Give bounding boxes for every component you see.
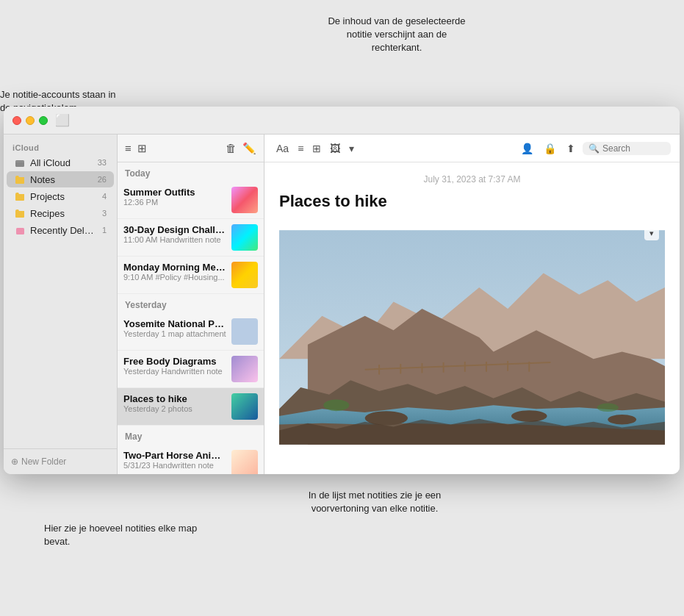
note-item-meta-places-hike: Yesterday 2 photos bbox=[123, 404, 227, 413]
sidebar-item-count-recently-deleted: 1 bbox=[102, 226, 107, 234]
svg-rect-1 bbox=[16, 228, 24, 234]
search-input[interactable] bbox=[602, 143, 661, 154]
note-item-meta-summer-outfits: 12:36 PM bbox=[123, 198, 227, 207]
note-title: Places to hike bbox=[279, 192, 665, 211]
note-image bbox=[279, 220, 665, 455]
notes-section-header-may: May bbox=[118, 426, 264, 445]
note-image-container: ▾ bbox=[279, 220, 665, 458]
sidebar-item-notes[interactable]: Notes26 bbox=[7, 171, 114, 187]
new-folder-label: New Folder bbox=[21, 456, 66, 467]
note-item-title-monday-meeting: Monday Morning Meeting bbox=[123, 262, 227, 273]
note-item-summer-outfits[interactable]: Summer Outfits12:36 PM bbox=[118, 182, 264, 219]
annotation-bottom-center: In de lijst met notities zie je een voor… bbox=[287, 489, 463, 515]
new-folder-icon: ⊕ bbox=[11, 456, 18, 467]
collaborate-icon[interactable]: 👤 bbox=[518, 141, 536, 156]
svg-point-19 bbox=[323, 400, 349, 412]
notes-sections: TodaySummer Outfits12:36 PM30-Day Design… bbox=[118, 162, 264, 474]
search-icon: 🔍 bbox=[588, 143, 600, 154]
note-item-two-part-horse[interactable]: Two-Part Horse Anima...5/31/23 Handwritt… bbox=[118, 445, 264, 474]
note-item-text-places-hike: Places to hikeYesterday 2 photos bbox=[123, 393, 227, 413]
note-item-title-yosemite: Yosemite National Park bbox=[123, 318, 227, 329]
note-item-places-hike[interactable]: Places to hikeYesterday 2 photos bbox=[118, 388, 264, 426]
media-chevron-icon[interactable]: ▾ bbox=[346, 141, 357, 156]
sidebar-item-icon-notes bbox=[14, 173, 26, 185]
note-item-title-30day-design: 30-Day Design Challen... bbox=[123, 224, 227, 235]
notes-section-header-yesterday: Yesterday bbox=[118, 294, 264, 313]
note-item-meta-yosemite: Yesterday 1 map attachment bbox=[123, 329, 227, 338]
minimize-button[interactable] bbox=[26, 116, 35, 125]
svg-point-9 bbox=[608, 415, 636, 425]
note-item-text-30day-design: 30-Day Design Challen...11:00 AM Handwri… bbox=[123, 224, 227, 244]
titlebar: ⬜ bbox=[4, 107, 680, 135]
main-window: ⬜ iCloud All iCloud33Notes26Projects4Rec… bbox=[4, 107, 680, 474]
sidebar-item-label-notes: Notes bbox=[30, 174, 95, 185]
note-item-title-summer-outfits: Summer Outfits bbox=[123, 187, 227, 198]
note-item-monday-meeting[interactable]: Monday Morning Meeting9:10 AM #Policy #H… bbox=[118, 257, 264, 294]
delete-note-icon[interactable]: 🗑 bbox=[226, 142, 237, 154]
share-icon[interactable]: ⬆ bbox=[564, 141, 578, 156]
sidebar-item-icon-all-icloud bbox=[14, 157, 26, 168]
list-style-icon[interactable]: ≡ bbox=[295, 141, 306, 156]
note-item-thumb-yosemite bbox=[231, 318, 258, 345]
note-item-thumb-free-body bbox=[231, 356, 258, 382]
window-body: iCloud All iCloud33Notes26Projects4Recip… bbox=[4, 135, 680, 474]
image-chevron-icon[interactable]: ▾ bbox=[644, 226, 659, 240]
note-timestamp: July 31, 2023 at 7:37 AM bbox=[279, 174, 665, 185]
sidebar-toggle-button[interactable]: ⬜ bbox=[55, 113, 70, 127]
note-item-text-free-body: Free Body DiagramsYesterday Handwritten … bbox=[123, 356, 227, 376]
grid-view-icon[interactable]: ⊞ bbox=[137, 142, 147, 155]
format-group: Aa ≡ ⊞ 🖼 ▾ bbox=[273, 141, 357, 156]
notes-list-toolbar: ≡ ⊞ 🗑 ✏️ bbox=[118, 135, 264, 162]
note-item-text-two-part-horse: Two-Part Horse Anima...5/31/23 Handwritt… bbox=[123, 450, 227, 470]
sidebar-item-label-recently-deleted: Recently Deleted bbox=[30, 225, 99, 236]
close-button[interactable] bbox=[12, 116, 21, 125]
note-item-thumb-monday-meeting bbox=[231, 262, 258, 288]
note-editor-panel: Aa ≡ ⊞ 🖼 ▾ 👤 🔒 ⬆ 🔍 Jul bbox=[264, 135, 680, 474]
sidebar-bottom: ⊕ New Folder bbox=[4, 448, 117, 474]
svg-point-8 bbox=[511, 410, 547, 422]
note-item-meta-free-body: Yesterday Handwritten note bbox=[123, 367, 227, 376]
traffic-lights bbox=[12, 116, 48, 125]
sidebar-item-count-all-icloud: 33 bbox=[98, 158, 107, 167]
editor-toolbar-right: 👤 🔒 ⬆ 🔍 bbox=[518, 141, 671, 156]
sidebar-item-label-recipes: Recipes bbox=[30, 208, 99, 219]
notes-section-header-today: Today bbox=[118, 162, 264, 182]
sidebar-item-all-icloud[interactable]: All iCloud33 bbox=[7, 154, 114, 171]
new-folder-button[interactable]: ⊕ New Folder bbox=[11, 455, 109, 468]
list-view-icon[interactable]: ≡ bbox=[125, 142, 132, 154]
table-icon[interactable]: ⊞ bbox=[309, 141, 324, 156]
note-item-meta-two-part-horse: 5/31/23 Handwritten note bbox=[123, 461, 227, 470]
annotation-bottom-left: Hier zie je hoeveel notities elke map be… bbox=[44, 522, 198, 548]
note-item-30day-design[interactable]: 30-Day Design Challen...11:00 AM Handwri… bbox=[118, 219, 264, 257]
note-item-text-summer-outfits: Summer Outfits12:36 PM bbox=[123, 187, 227, 207]
format-text-icon[interactable]: Aa bbox=[273, 141, 292, 156]
note-item-thumb-summer-outfits bbox=[231, 187, 258, 213]
note-item-text-yosemite: Yosemite National ParkYesterday 1 map at… bbox=[123, 318, 227, 338]
svg-point-20 bbox=[597, 403, 619, 412]
note-item-free-body[interactable]: Free Body DiagramsYesterday Handwritten … bbox=[118, 351, 264, 388]
maximize-button[interactable] bbox=[39, 116, 48, 125]
sidebar-item-projects[interactable]: Projects4 bbox=[7, 188, 114, 204]
editor-toolbar: Aa ≡ ⊞ 🖼 ▾ 👤 🔒 ⬆ 🔍 bbox=[264, 135, 680, 162]
sidebar-item-count-notes: 26 bbox=[98, 175, 107, 184]
sidebar-item-recently-deleted[interactable]: Recently Deleted1 bbox=[7, 222, 114, 238]
note-item-title-places-hike: Places to hike bbox=[123, 393, 227, 404]
note-item-thumb-places-hike bbox=[231, 393, 258, 420]
note-item-title-free-body: Free Body Diagrams bbox=[123, 356, 227, 367]
svg-rect-0 bbox=[15, 160, 24, 167]
note-item-meta-30day-design: 11:00 AM Handwritten note bbox=[123, 235, 227, 244]
sidebar-item-recipes[interactable]: Recipes3 bbox=[7, 205, 114, 221]
sidebar-item-count-projects: 4 bbox=[102, 192, 107, 201]
note-item-title-two-part-horse: Two-Part Horse Anima... bbox=[123, 450, 227, 461]
note-item-yosemite[interactable]: Yosemite National ParkYesterday 1 map at… bbox=[118, 313, 264, 351]
sidebar-item-count-recipes: 3 bbox=[102, 209, 107, 218]
sidebar: iCloud All iCloud33Notes26Projects4Recip… bbox=[4, 135, 118, 474]
note-item-thumb-two-part-horse bbox=[231, 450, 258, 474]
compose-note-icon[interactable]: ✏️ bbox=[242, 142, 256, 155]
media-insert-icon[interactable]: 🖼 bbox=[327, 141, 343, 156]
sidebar-section-label: iCloud bbox=[4, 140, 117, 154]
notes-list-panel: ≡ ⊞ 🗑 ✏️ TodaySummer Outfits12:36 PM30-D… bbox=[118, 135, 264, 474]
sidebar-item-icon-projects bbox=[14, 190, 26, 202]
sidebar-item-label-projects: Projects bbox=[30, 191, 99, 202]
lock-icon[interactable]: 🔒 bbox=[541, 141, 559, 156]
